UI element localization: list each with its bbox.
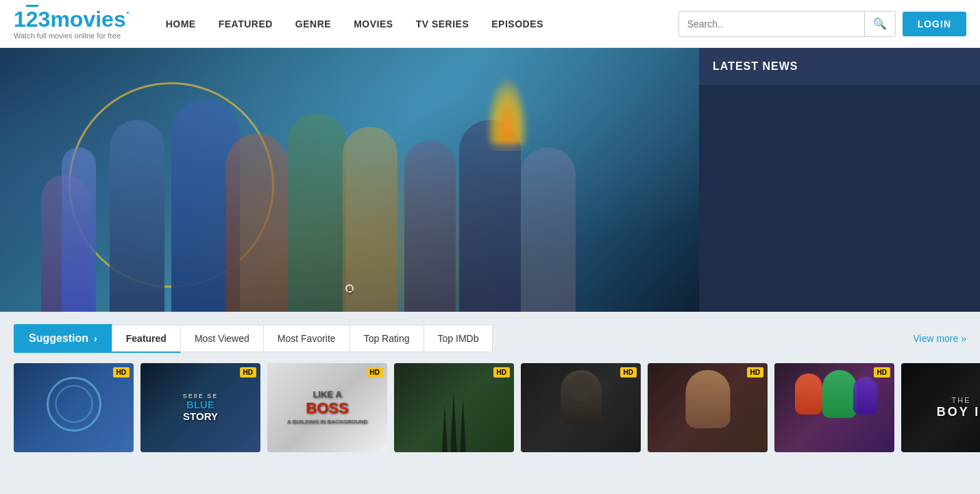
hd-badge-3: HD (367, 367, 383, 378)
search-icon: 🔍 (873, 18, 887, 29)
movie-card-inner-1: HD (14, 363, 134, 452)
nav-movies[interactable]: MOVIES (344, 13, 402, 35)
movie-grid: HD HD SE8E SE BLUE STORY HD (0, 353, 980, 462)
suggestion-label: Suggestion (29, 332, 88, 345)
logo-tagline: Watch full movies online for free (14, 32, 129, 40)
hd-badge-6: HD (747, 367, 763, 378)
hd-badge-1: HD (113, 367, 130, 378)
movie-card-3[interactable]: HD LIKE A BOSS A BUILDING IN BACKGROUND (267, 363, 387, 452)
hero-dot-indicator[interactable]: ○ (345, 284, 354, 298)
header: 123movies Watch full movies online for f… (0, 0, 980, 48)
movie-card-inner-2: HD SE8E SE BLUE STORY (140, 363, 260, 452)
latest-news-content (699, 85, 980, 312)
main-nav: HOME FEATURED GENRE MOVIES TV SERIES EPI… (156, 13, 678, 35)
movie-card-2[interactable]: HD SE8E SE BLUE STORY (140, 363, 260, 452)
nav-genre[interactable]: GENRE (286, 13, 341, 35)
suggestion-button[interactable]: Suggestion › (14, 324, 112, 353)
search-button[interactable]: 🔍 (864, 11, 895, 37)
tab-top-rating[interactable]: Top Rating (350, 325, 424, 352)
nav-featured[interactable]: FEATURED (209, 13, 282, 35)
tab-most-viewed[interactable]: Most Viewed (180, 325, 264, 352)
hd-badge-5: HD (620, 367, 637, 378)
hero-section: ○ LATEST NEWS (0, 48, 980, 312)
suggestion-bar: Suggestion › Featured Most Viewed Most F… (14, 324, 966, 353)
movie-card-6[interactable]: HD (648, 363, 768, 452)
header-right: 🔍 LOGIN (678, 11, 966, 37)
nav-home[interactable]: HOME (156, 13, 206, 35)
movie-card-inner-7: HD (774, 363, 894, 452)
login-button[interactable]: LOGIN (903, 12, 966, 36)
movie-card-inner-3: HD LIKE A BOSS A BUILDING IN BACKGROUND (267, 363, 387, 452)
movie-card-7[interactable]: HD (774, 363, 894, 452)
nav-episodes[interactable]: EPISODES (482, 13, 553, 35)
movie-card-4[interactable]: HD (394, 363, 514, 452)
movie-card-1[interactable]: HD (14, 363, 134, 452)
logo-123: 123 (14, 5, 50, 32)
movie-card-inner-5: HD (521, 363, 641, 452)
card-content-8: THE BOY II (901, 363, 980, 452)
suggestions-section: Suggestion › Featured Most Viewed Most F… (0, 312, 980, 353)
hd-badge-4: HD (493, 367, 510, 378)
search-box: 🔍 (678, 11, 896, 37)
search-input[interactable] (679, 18, 864, 29)
logo-movies: movies (50, 7, 125, 32)
latest-news-panel: LATEST NEWS (699, 48, 980, 312)
view-more-link[interactable]: View more » (913, 333, 966, 344)
latest-news-title: LATEST NEWS (699, 48, 980, 85)
nav-tv-series[interactable]: TV SERIES (406, 13, 479, 35)
movie-card-inner-4: HD (394, 363, 514, 452)
movie-card-5[interactable]: HD (521, 363, 641, 452)
movie-card-8[interactable]: HD THE BOY II (901, 363, 980, 452)
hd-badge-7: HD (874, 367, 890, 378)
movie-card-inner-6: HD (648, 363, 768, 452)
tab-top-imdb[interactable]: Top IMDb (424, 325, 493, 352)
tab-featured[interactable]: Featured (112, 325, 181, 353)
chevron-right-icon: › (94, 333, 97, 344)
tab-most-favorite[interactable]: Most Favorite (263, 325, 350, 352)
hero-characters (0, 48, 699, 312)
hd-badge-2: HD (240, 367, 256, 378)
logo-text: 123movies (14, 8, 129, 30)
logo-area[interactable]: 123movies Watch full movies online for f… (14, 8, 129, 40)
movie-card-inner-8: HD THE BOY II (901, 363, 980, 452)
hero-banner[interactable]: ○ (0, 48, 699, 312)
